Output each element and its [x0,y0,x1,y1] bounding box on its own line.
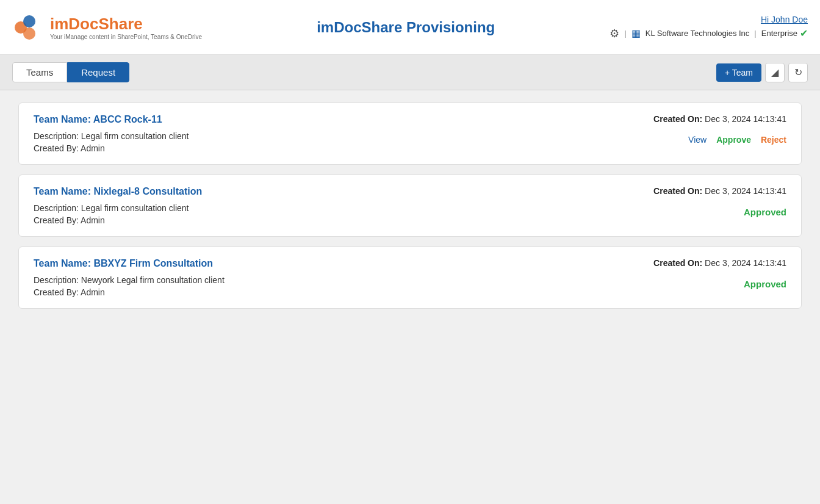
header-right: Hi John Doe ⚙ | ▦ KL Software Technologi… [610,15,808,40]
enterprise-badge: Enterprise ✔ [761,27,808,39]
created-on-value: Dec 3, 2024 14:13:41 [705,114,786,124]
card-left: Team Name: Nixlegal-8 Consultation Descr… [34,186,640,225]
created-on-value: Dec 3, 2024 14:13:41 [705,258,786,268]
logo-im: im [50,15,68,33]
logo-area: imDocShare Your iManage content in Share… [12,12,202,43]
team-created-on: Created On: Dec 3, 2024 14:13:41 [640,114,786,124]
refresh-button[interactable]: ↻ [788,63,808,82]
enterprise-label: Enterprise [761,29,797,38]
company-name: KL Software Technologies Inc [646,29,750,38]
separator-2: | [754,29,756,38]
team-created-by: Created By: Admin [34,215,640,225]
card-left: Team Name: ABCC Rock-11 Description: Leg… [34,114,640,153]
company-icon: ▦ [631,27,641,39]
tabs-bar: Teams Request + Team ◢ ↻ [0,55,820,90]
logo-doc: Doc [68,15,98,33]
team-card: Team Name: BBXYZ Firm Consultation Descr… [18,247,802,309]
created-on-value: Dec 3, 2024 14:13:41 [705,186,786,196]
header: imDocShare Your iManage content in Share… [0,0,820,55]
filter-icon: ◢ [771,67,779,78]
separator-1: | [624,29,626,38]
logo-title: imDocShare [50,15,202,34]
card-actions: Approved [640,279,786,289]
svg-point-2 [23,27,35,40]
svg-point-1 [23,15,35,27]
card-actions: Approved [640,207,786,217]
tab-teams[interactable]: Teams [12,62,67,82]
settings-icon[interactable]: ⚙ [610,27,619,40]
user-greeting[interactable]: Hi John Doe [761,15,808,24]
logo-text: imDocShare Your iManage content in Share… [50,15,202,40]
team-description: Description: Newyork Legal firm consulta… [34,275,640,285]
team-name: Team Name: ABCC Rock-11 [34,114,640,125]
approved-status: Approved [744,279,786,289]
logo-subtitle: Your iManage content in SharePoint, Team… [50,34,202,40]
card-right: Created On: Dec 3, 2024 14:13:41 Approve… [640,186,786,217]
main-content: Team Name: ABCC Rock-11 Description: Leg… [0,90,820,331]
view-action[interactable]: View [688,135,707,145]
tabs-left: Teams Request [12,62,129,82]
team-description: Description: Legal firm consultation cli… [34,203,640,213]
tab-request[interactable]: Request [67,62,129,82]
created-on-label: Created On: [653,258,702,268]
team-name: Team Name: Nixlegal-8 Consultation [34,186,640,197]
header-meta: ⚙ | ▦ KL Software Technologies Inc | Ent… [610,27,808,40]
team-name: Team Name: BBXYZ Firm Consultation [34,258,640,269]
filter-button[interactable]: ◢ [765,63,785,82]
tabs-right: + Team ◢ ↻ [716,63,808,82]
enterprise-check-icon: ✔ [800,27,808,39]
card-right: Created On: Dec 3, 2024 14:13:41 Approve… [640,258,786,289]
team-created-by: Created By: Admin [34,287,640,297]
card-actions: View Approve Reject [640,135,786,145]
logo-share: Share [98,15,142,33]
card-right: Created On: Dec 3, 2024 14:13:41 View Ap… [640,114,786,145]
created-on-label: Created On: [653,186,702,196]
refresh-icon: ↻ [794,67,802,78]
team-card: Team Name: Nixlegal-8 Consultation Descr… [18,175,802,237]
approved-status: Approved [744,207,786,217]
reject-action[interactable]: Reject [761,135,786,145]
approve-action[interactable]: Approve [716,135,751,145]
team-card: Team Name: ABCC Rock-11 Description: Leg… [18,103,802,165]
add-team-button[interactable]: + Team [716,63,761,82]
app-title: imDocShare Provisioning [202,19,610,36]
team-created-on: Created On: Dec 3, 2024 14:13:41 [640,186,786,196]
created-on-label: Created On: [653,114,702,124]
card-left: Team Name: BBXYZ Firm Consultation Descr… [34,258,640,297]
team-description: Description: Legal firm consultation cli… [34,131,640,141]
team-created-by: Created By: Admin [34,143,640,153]
team-created-on: Created On: Dec 3, 2024 14:13:41 [640,258,786,268]
logo-icon [12,12,44,43]
